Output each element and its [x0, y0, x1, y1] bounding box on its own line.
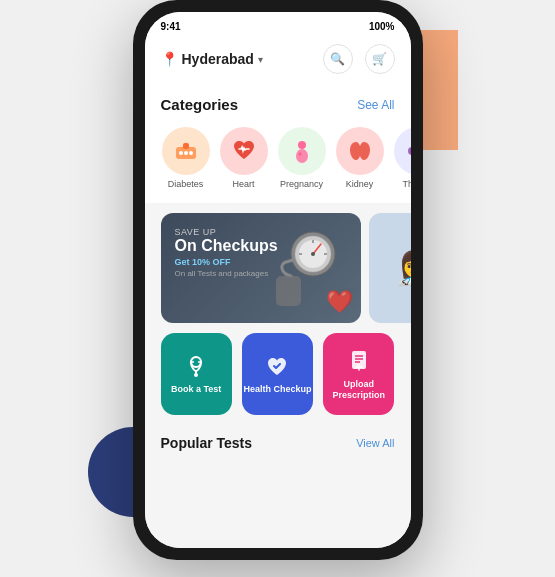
svg-point-25	[198, 361, 200, 363]
kidney-icon	[346, 137, 374, 165]
health-checkup-button[interactable]: Health Checkup	[242, 333, 313, 415]
svg-point-7	[298, 153, 301, 156]
chevron-down-icon: ▾	[258, 54, 263, 65]
upload-prescription-label: Upload Prescription	[323, 379, 394, 401]
svg-point-19	[311, 252, 315, 256]
category-item-kidney[interactable]: Kidney	[335, 127, 385, 189]
category-circle-pregnancy	[278, 127, 326, 175]
heart-icon	[230, 137, 258, 165]
top-icons: 🔍 🛒	[323, 44, 395, 74]
search-icon: 🔍	[330, 52, 345, 66]
promo-banner[interactable]: SAVE UP On Checkups Get 10% OFF On all T…	[161, 213, 361, 323]
category-item-pregnancy[interactable]: Pregnancy	[277, 127, 327, 189]
category-item-diabetes[interactable]: Diabetes	[161, 127, 211, 189]
categories-row: Diabetes Heart	[145, 121, 411, 203]
location-area[interactable]: 📍 Hyderabad ▾	[161, 51, 263, 67]
top-bar: 📍 Hyderabad ▾ 🔍 🛒	[145, 40, 411, 84]
status-battery: 100%	[369, 21, 395, 32]
category-item-heart[interactable]: Heart	[219, 127, 269, 189]
svg-point-5	[298, 141, 306, 149]
category-item-thyroid[interactable]: Thyroid	[393, 127, 411, 189]
popular-tests-header: Popular Tests View All	[145, 427, 411, 455]
upload-prescription-button[interactable]: Upload Prescription	[323, 333, 394, 415]
svg-point-3	[184, 151, 188, 155]
category-circle-diabetes	[162, 127, 210, 175]
cart-button[interactable]: 🛒	[365, 44, 395, 74]
thyroid-icon	[404, 137, 411, 165]
book-test-button[interactable]: Book a Test	[161, 333, 232, 415]
svg-point-4	[189, 151, 193, 155]
banner-discount: Get 10% OFF	[175, 257, 278, 267]
see-all-button[interactable]: See All	[357, 98, 394, 112]
health-checkup-icon	[264, 353, 290, 379]
quick-actions: Book a Test Health Checkup	[145, 333, 411, 427]
banners-row: SAVE UP On Checkups Get 10% OFF On all T…	[145, 203, 411, 333]
categories-header: Categories See All	[145, 84, 411, 121]
svg-point-6	[296, 149, 308, 163]
category-label-heart: Heart	[232, 179, 254, 189]
banner-save-text: SAVE UP	[175, 227, 278, 237]
cart-icon: 🛒	[372, 52, 387, 66]
phone-frame: 9:41 100% 📍 Hyderabad ▾ 🔍 🛒	[133, 0, 423, 560]
category-label-diabetes: Diabetes	[168, 179, 204, 189]
category-circle-heart	[220, 127, 268, 175]
svg-point-9	[408, 147, 411, 155]
banner-title: On Checkups	[175, 237, 278, 255]
category-circle-kidney	[336, 127, 384, 175]
banner-subtitle: On all Tests and packages	[175, 269, 278, 278]
prescription-icon	[346, 348, 372, 374]
status-bar: 9:41 100%	[145, 12, 411, 40]
popular-tests-title: Popular Tests	[161, 435, 253, 451]
location-label: Hyderabad	[182, 51, 254, 67]
category-label-thyroid: Thyroid	[402, 179, 410, 189]
heart-decoration: ❤️	[326, 289, 353, 315]
secondary-banner[interactable]: 👩‍⚕️	[369, 213, 411, 323]
svg-rect-1	[183, 143, 189, 149]
search-button[interactable]: 🔍	[323, 44, 353, 74]
health-checkup-label: Health Checkup	[243, 384, 311, 395]
view-all-button[interactable]: View All	[356, 437, 394, 449]
svg-point-2	[179, 151, 183, 155]
content-area: Categories See All	[145, 84, 411, 548]
banner-content: SAVE UP On Checkups Get 10% OFF On all T…	[161, 213, 292, 292]
categories-title: Categories	[161, 96, 239, 113]
location-pin-icon: 📍	[161, 51, 178, 67]
diabetes-icon	[172, 137, 200, 165]
doctor-emoji: 👩‍⚕️	[394, 249, 411, 287]
category-label-pregnancy: Pregnancy	[280, 179, 323, 189]
category-label-kidney: Kidney	[346, 179, 374, 189]
category-circle-thyroid	[394, 127, 411, 175]
status-time: 9:41	[161, 21, 181, 32]
svg-point-24	[192, 361, 194, 363]
svg-point-23	[194, 373, 198, 377]
book-test-label: Book a Test	[171, 384, 221, 395]
stethoscope-icon	[183, 353, 209, 379]
phone-screen: 9:41 100% 📍 Hyderabad ▾ 🔍 🛒	[145, 12, 411, 548]
pregnancy-icon	[288, 137, 316, 165]
